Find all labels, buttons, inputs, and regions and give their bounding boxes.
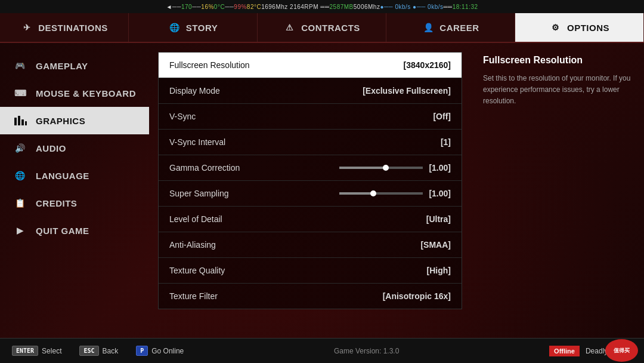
- fullscreen-resolution-value: [3840x2160]: [404, 60, 451, 70]
- plane-icon: ✈: [20, 21, 33, 34]
- anti-aliasing-label: Anti-Aliasing: [169, 240, 216, 250]
- description-panel: Fullscreen Resolution Set this to the re…: [471, 43, 644, 338]
- sidebar-audio-label: Audio: [36, 143, 66, 153]
- gamma-correction-label: Gamma Correction: [169, 163, 240, 173]
- chart-icon: [12, 114, 29, 127]
- texture-quality-label: Texture Quality: [169, 266, 225, 275]
- super-sampling-label: Super Sampling: [169, 189, 229, 198]
- sidebar-item-mouse-keyboard[interactable]: ⌨ Mouse & Keyboard: [0, 79, 149, 107]
- gamma-slider-thumb[interactable]: [383, 165, 389, 171]
- super-sampling-slider-track: [339, 192, 373, 195]
- nav-destinations-label: Destinations: [38, 23, 108, 33]
- super-sampling-slider-container: [1.00]: [339, 189, 451, 198]
- main-content: 🎮 Gameplay ⌨ Mouse & Keyboard Graphics 🔊…: [0, 43, 644, 338]
- watermark-text: 值得买: [614, 347, 630, 354]
- keyboard-icon: ⌨: [12, 87, 29, 100]
- setting-vsync-interval[interactable]: V-Sync Interval [1]: [159, 130, 462, 155]
- list-icon: 📋: [12, 196, 29, 210]
- game-version: Game Version: 1.3.0: [202, 347, 531, 355]
- description-text: Set this to the resolution of your monit…: [483, 73, 632, 107]
- vsync-interval-value: [1]: [441, 137, 451, 147]
- nav-bar: ✈ Destinations 🌐 Story ⚠ Contracts 👤 Car…: [0, 13, 644, 43]
- sidebar-item-language[interactable]: 🌐 Language: [0, 162, 149, 189]
- settings-list: Fullscreen Resolution [3840x2160] Displa…: [158, 52, 462, 309]
- sidebar-item-credits[interactable]: 📋 Credits: [0, 189, 149, 217]
- setting-fullscreen-resolution[interactable]: Fullscreen Resolution [3840x2160]: [159, 53, 462, 78]
- texture-filter-value: [Anisotropic 16x]: [383, 291, 451, 301]
- sidebar-credits-label: Credits: [36, 198, 77, 208]
- svg-rect-0: [14, 118, 17, 125]
- fullscreen-resolution-label: Fullscreen Resolution: [169, 60, 250, 70]
- watermark-badge: 值得买: [605, 339, 638, 362]
- sidebar-quit-label: Quit Game: [36, 226, 89, 236]
- level-of-detail-label: Level of Detail: [169, 214, 222, 224]
- sidebar-graphics-label: Graphics: [36, 116, 85, 126]
- nav-contracts-label: Contracts: [301, 23, 360, 33]
- setting-anti-aliasing[interactable]: Anti-Aliasing [SMAA]: [159, 232, 462, 258]
- enter-select-button[interactable]: ENTER Select: [12, 346, 61, 356]
- nav-options-label: Options: [567, 23, 609, 33]
- level-of-detail-value: [Ultra]: [426, 214, 451, 224]
- vsync-value: [Off]: [433, 112, 451, 121]
- sidebar-gameplay-label: Gameplay: [36, 61, 88, 71]
- select-label: Select: [42, 347, 61, 355]
- vsync-label: V-Sync: [169, 112, 196, 121]
- setting-super-sampling[interactable]: Super Sampling [1.00]: [159, 181, 462, 207]
- offline-badge: Offline: [549, 346, 580, 356]
- speaker-icon: 🔊: [12, 141, 29, 155]
- texture-filter-label: Texture Filter: [169, 291, 218, 301]
- p-key: P: [136, 346, 148, 356]
- setting-texture-filter[interactable]: Texture Filter [Anisotropic 16x]: [159, 284, 462, 309]
- person-icon: 👤: [422, 21, 435, 34]
- exit-icon: ▶: [12, 224, 29, 237]
- gear-icon: ⚙: [549, 21, 562, 34]
- nav-contracts[interactable]: ⚠ Contracts: [258, 13, 386, 42]
- sidebar-item-graphics[interactable]: Graphics: [0, 107, 149, 134]
- enter-key: ENTER: [12, 346, 38, 356]
- sidebar: 🎮 Gameplay ⌨ Mouse & Keyboard Graphics 🔊…: [0, 43, 149, 338]
- nav-story[interactable]: 🌐 Story: [129, 13, 258, 42]
- anti-aliasing-value: [SMAA]: [420, 240, 451, 250]
- super-sampling-slider[interactable]: [339, 192, 423, 195]
- bottom-bar: ENTER Select ESC Back P Go Online Game V…: [0, 338, 644, 363]
- go-online-button[interactable]: P Go Online: [136, 346, 184, 356]
- back-label: Back: [103, 347, 119, 355]
- setting-vsync[interactable]: V-Sync [Off]: [159, 104, 462, 130]
- description-title: Fullscreen Resolution: [483, 55, 632, 66]
- setting-level-of-detail[interactable]: Level of Detail [Ultra]: [159, 207, 462, 232]
- sidebar-mouse-keyboard-label: Mouse & Keyboard: [36, 88, 136, 99]
- nav-career-label: Career: [439, 23, 479, 33]
- globe-icon: 🌐: [168, 21, 181, 34]
- gamma-correction-value: [1.00]: [429, 163, 451, 173]
- warning-icon: ⚠: [283, 21, 296, 34]
- svg-rect-3: [25, 121, 27, 125]
- language-icon: 🌐: [12, 169, 29, 182]
- super-sampling-value: [1.00]: [429, 189, 451, 198]
- go-online-label: Go Online: [151, 347, 184, 355]
- esc-back-button[interactable]: ESC Back: [79, 346, 118, 356]
- esc-key: ESC: [79, 346, 98, 356]
- sidebar-item-quit-game[interactable]: ▶ Quit Game: [0, 217, 149, 244]
- sidebar-item-gameplay[interactable]: 🎮 Gameplay: [0, 52, 149, 79]
- gamma-slider-container: [1.00]: [339, 163, 451, 173]
- svg-rect-1: [18, 116, 20, 125]
- texture-quality-value: [High]: [427, 266, 451, 275]
- system-bar: ◄── 170 ── 16% 0°C ── 99% 82°C 1696Mhz 2…: [0, 0, 644, 13]
- gamepad-icon: 🎮: [12, 59, 29, 72]
- gamma-slider[interactable]: [339, 167, 423, 169]
- setting-display-mode[interactable]: Display Mode [Exclusive Fullscreen]: [159, 78, 462, 104]
- gamma-slider-track: [339, 167, 385, 169]
- display-mode-label: Display Mode: [169, 86, 220, 96]
- nav-destinations[interactable]: ✈ Destinations: [0, 13, 129, 42]
- display-mode-value: [Exclusive Fullscreen]: [363, 86, 451, 96]
- nav-options[interactable]: ⚙ Options: [515, 13, 644, 42]
- super-sampling-slider-thumb[interactable]: [370, 190, 376, 196]
- nav-career[interactable]: 👤 Career: [386, 13, 515, 42]
- svg-rect-2: [21, 119, 24, 125]
- sidebar-language-label: Language: [36, 171, 89, 181]
- setting-gamma-correction[interactable]: Gamma Correction [1.00]: [159, 155, 462, 181]
- nav-story-label: Story: [186, 23, 218, 33]
- sidebar-item-audio[interactable]: 🔊 Audio: [0, 134, 149, 162]
- setting-texture-quality[interactable]: Texture Quality [High]: [159, 258, 462, 284]
- vsync-interval-label: V-Sync Interval: [169, 137, 225, 147]
